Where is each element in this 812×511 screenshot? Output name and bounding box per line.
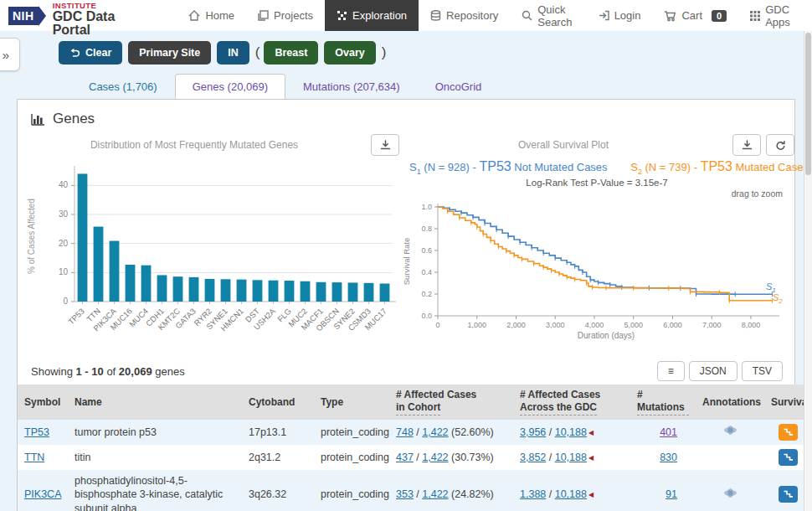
bar-OBSCN[interactable] <box>332 282 342 302</box>
download-bar-chart-button[interactable] <box>371 134 399 156</box>
page-scrollbar[interactable] <box>804 31 812 511</box>
survival-plot-button[interactable] <box>779 424 798 441</box>
gene-name: titin <box>68 445 242 470</box>
cart-button[interactable]: Cart 0 <box>652 9 738 22</box>
gene-symbol-link[interactable]: TP53 <box>24 426 49 438</box>
survival-curve-s1[interactable] <box>438 207 773 294</box>
survival-svg[interactable]: 0.00.20.40.60.81.001,0002,0003,0004,0005… <box>399 199 793 348</box>
bar-SYNE2[interactable] <box>348 282 358 302</box>
nav-home[interactable]: Home <box>177 0 246 31</box>
bar-MUC4[interactable] <box>141 266 152 302</box>
annotation-icon[interactable] <box>723 488 737 498</box>
gdc-logo[interactable]: NIH NATIONAL CANCER INSTITUTE GDC Data P… <box>8 0 155 38</box>
filter-field-button[interactable]: Primary Site <box>128 41 211 65</box>
tab-genes[interactable]: Genes (20,069) <box>175 74 285 99</box>
gdc-total-link[interactable]: 10,188 <box>555 426 587 438</box>
login-button[interactable]: Login <box>587 9 653 22</box>
bar-GATA3[interactable] <box>189 277 199 302</box>
bar-SYNE1[interactable] <box>221 279 231 302</box>
bar-MUC16[interactable] <box>126 265 136 302</box>
cohort-percent: (30.73%) <box>451 452 494 463</box>
svg-text:Survival Rate: Survival Rate <box>402 237 411 285</box>
gdc-affected-link[interactable]: 3,956 <box>520 426 546 438</box>
export-tsv-button[interactable]: TSV <box>742 361 783 381</box>
mutated-genes-chart: Distribution of Most Frequently Mutated … <box>23 132 399 359</box>
survival-curve-s2[interactable] <box>438 207 773 301</box>
quick-search-button[interactable]: Quick Search <box>510 3 586 28</box>
scrollbar-thumb[interactable] <box>805 33 811 175</box>
col-affected-gdc[interactable]: # Affected CasesAcross the GDC <box>513 385 630 420</box>
cohort-total-link[interactable]: 1,422 <box>422 426 448 438</box>
nav-repository[interactable]: Repository <box>419 0 510 31</box>
nav-projects[interactable]: Projects <box>246 0 325 31</box>
mutations-link[interactable]: 91 <box>666 488 677 500</box>
legend-s1[interactable]: S1 (N = 928) - TP53 Not Mutated Cases <box>409 161 608 173</box>
bar-FLG[interactable] <box>285 281 295 302</box>
clear-filters-button[interactable]: Clear <box>59 41 122 65</box>
col-affected-cohort[interactable]: # Affected Casesin Cohort <box>389 385 513 420</box>
cohort-affected-link[interactable]: 437 <box>396 452 414 463</box>
cart-icon <box>664 10 676 22</box>
cytoband: 17p13.1 <box>242 420 314 445</box>
mutations-link[interactable]: 830 <box>660 452 677 463</box>
survival-plot-button[interactable] <box>779 486 798 503</box>
cohort-affected-link[interactable]: 353 <box>396 488 414 500</box>
legend-s2[interactable]: S2 (N = 739) - TP53 Mutated Cases <box>630 161 809 173</box>
bar-TTN[interactable] <box>94 227 104 302</box>
cohort-total-link[interactable]: 1,422 <box>422 488 448 500</box>
svg-text:30: 30 <box>59 209 69 219</box>
close-paren: ) <box>382 44 387 61</box>
filter-value-breast[interactable]: Breast <box>264 41 318 65</box>
bar-MUC17[interactable] <box>380 284 390 302</box>
genes-panel: Genes Distribution of Most Frequently Mu… <box>17 99 795 511</box>
column-menu-button[interactable]: ≡ <box>657 361 685 381</box>
survival-curve-icon <box>783 490 794 499</box>
bar-TP53[interactable] <box>78 173 88 302</box>
gene-symbol-link[interactable]: TTN <box>24 452 44 463</box>
expand-triangle-icon[interactable]: ◀ <box>588 429 594 436</box>
cohort-total-link[interactable]: 1,422 <box>422 452 448 463</box>
tab-cases[interactable]: Cases (1,706) <box>71 74 175 99</box>
gdc-total-link[interactable]: 10,188 <box>555 452 587 463</box>
sidebar-expand-button[interactable]: » <box>0 38 20 71</box>
annotation-icon[interactable] <box>723 425 737 436</box>
bar-KMT2C[interactable] <box>173 276 183 302</box>
col-type: Type <box>314 385 389 420</box>
bar-PIK3CA[interactable] <box>110 241 120 302</box>
survival-plot-button[interactable] <box>779 449 798 466</box>
bar-MACF1[interactable] <box>316 282 326 302</box>
reset-survival-button[interactable] <box>766 134 794 156</box>
bar-DST[interactable] <box>253 280 263 302</box>
projects-icon <box>258 10 269 21</box>
col-annotations: Annotations <box>696 385 764 420</box>
tab-oncogrid[interactable]: OncoGrid <box>418 74 500 99</box>
nih-logo-arrow <box>39 6 46 26</box>
gene-symbol-link[interactable]: PIK3CA <box>24 488 61 500</box>
gdc-total-link[interactable]: 10,188 <box>555 488 587 500</box>
mutations-link[interactable]: 401 <box>660 426 677 438</box>
bar-CSMD3[interactable] <box>364 283 374 302</box>
expand-triangle-icon[interactable]: ◀ <box>588 491 594 498</box>
gdc-affected-link[interactable]: 3,852 <box>520 452 546 463</box>
bar-USH2A[interactable] <box>269 281 279 302</box>
export-json-button[interactable]: JSON <box>689 361 737 381</box>
bar-HMCN1[interactable] <box>237 280 247 302</box>
tab-mutations[interactable]: Mutations (207,634) <box>285 74 418 99</box>
bar-CDH1[interactable] <box>157 275 167 302</box>
gdc-affected-link[interactable]: 1,388 <box>520 488 546 500</box>
bar-MUC2[interactable] <box>301 281 311 302</box>
cohort-affected-link[interactable]: 748 <box>396 426 414 438</box>
download-survival-button[interactable] <box>732 134 761 156</box>
filter-operator-button[interactable]: IN <box>217 41 249 65</box>
bar-RYR2[interactable] <box>205 279 215 302</box>
table-row-TP53: TP53tumor protein p5317p13.1protein_codi… <box>18 420 811 445</box>
table-header-row: Symbol Name Cytoband Type # Affected Cas… <box>18 385 811 420</box>
filter-value-ovary[interactable]: Ovary <box>324 41 375 65</box>
expand-triangle-icon[interactable]: ◀ <box>588 454 594 462</box>
s2-end-label: S2 <box>773 292 783 305</box>
nav-exploration[interactable]: Exploration <box>325 0 419 31</box>
gene-table-body: TP53tumor protein p5317p13.1protein_codi… <box>18 420 811 511</box>
svg-text:% of Cases Affected: % of Cases Affected <box>27 199 36 274</box>
gdc-apps-button[interactable]: GDC Apps <box>738 3 805 28</box>
col-mutations[interactable]: # Mutations <box>630 385 696 420</box>
